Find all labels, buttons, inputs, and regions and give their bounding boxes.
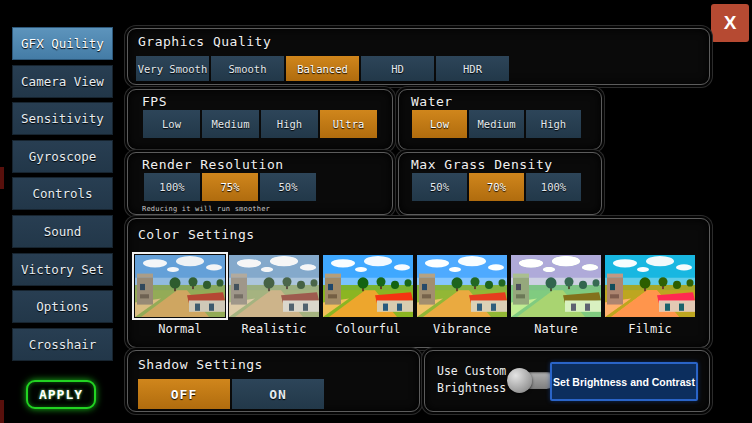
background-sliver xyxy=(0,400,4,423)
render-resolution-panel: Render Resolution 100% 75% 50% Reducing … xyxy=(127,152,393,215)
color-preset-thumbnail xyxy=(229,255,319,317)
rr-option-75[interactable]: 75% xyxy=(202,173,258,201)
grass-option-50[interactable]: 50% xyxy=(412,173,467,201)
color-preset-label: Realistic xyxy=(229,322,319,336)
color-preset-vibrance[interactable]: Vibrance xyxy=(417,255,507,336)
sidebar-item-gfx-quality[interactable]: GFX Quility xyxy=(12,27,113,60)
fps-option-low[interactable]: Low xyxy=(143,110,200,138)
graphics-quality-title: Graphics Quality xyxy=(138,34,271,49)
color-preset-colourful[interactable]: Colourful xyxy=(323,255,413,336)
color-preset-thumbnail xyxy=(135,255,225,317)
color-preset-thumbnail xyxy=(323,255,413,317)
color-preset-nature[interactable]: Nature xyxy=(511,255,601,336)
shadow-option-off[interactable]: OFF xyxy=(138,379,230,409)
custom-brightness-panel: Use Custom Brightness Set Brightness and… xyxy=(424,350,710,412)
background-sliver xyxy=(0,167,4,189)
set-brightness-contrast-button[interactable]: Set Brightness and Contrast xyxy=(550,362,698,401)
close-icon[interactable]: X xyxy=(711,4,749,42)
sidebar-item-camera-view[interactable]: Camera View xyxy=(12,65,113,98)
render-resolution-title: Render Resolution xyxy=(142,157,284,172)
color-settings-panel: Color Settings xyxy=(127,218,710,348)
sidebar-item-gyroscope[interactable]: Gyroscope xyxy=(12,140,113,173)
fps-option-ultra[interactable]: Ultra xyxy=(320,110,377,138)
gq-option-hdr[interactable]: HDR xyxy=(436,56,509,81)
color-preset-label: Nature xyxy=(511,322,601,336)
grass-option-100[interactable]: 100% xyxy=(526,173,581,201)
sidebar-item-sensitivity[interactable]: Sensitivity xyxy=(12,102,113,135)
water-option-low[interactable]: Low xyxy=(412,110,467,138)
color-preset-label: Vibrance xyxy=(417,322,507,336)
render-resolution-note: Reducing it will run smoother xyxy=(142,205,270,213)
sidebar-item-victory-set[interactable]: Victory Set xyxy=(12,253,113,286)
gq-option-very-smooth[interactable]: Very Smooth xyxy=(136,56,209,81)
color-preset-thumbnail xyxy=(417,255,507,317)
gq-option-hd[interactable]: HD xyxy=(361,56,434,81)
color-preset-realistic[interactable]: Realistic xyxy=(229,255,319,336)
color-preset-label: Normal xyxy=(135,322,225,336)
color-preset-label: Colourful xyxy=(323,322,413,336)
sidebar-item-options[interactable]: Options xyxy=(12,290,113,323)
fps-panel: FPS Low Medium High Ultra xyxy=(127,89,393,150)
sidebar-item-sound[interactable]: Sound xyxy=(12,215,113,248)
water-title: Water xyxy=(411,94,453,109)
max-grass-density-panel: Max Grass Density 50% 70% 100% xyxy=(398,152,602,215)
gq-option-smooth[interactable]: Smooth xyxy=(211,56,284,81)
color-preset-thumbnail xyxy=(511,255,601,317)
fps-option-high[interactable]: High xyxy=(261,110,318,138)
color-settings-title: Color Settings xyxy=(138,227,255,242)
color-preset-filmic[interactable]: Filmic xyxy=(605,255,695,336)
sidebar-item-crosshair[interactable]: Crosshair xyxy=(12,328,113,361)
shadow-settings-title: Shadow Settings xyxy=(138,357,263,372)
rr-option-100[interactable]: 100% xyxy=(144,173,200,201)
custom-brightness-toggle[interactable] xyxy=(513,372,555,389)
shadow-settings-panel: Shadow Settings OFF ON xyxy=(127,350,420,412)
color-preset-thumbnail xyxy=(605,255,695,317)
gfx-settings-screen: GFX Quility Camera View Sensitivity Gyro… xyxy=(0,0,752,423)
water-option-medium[interactable]: Medium xyxy=(469,110,524,138)
gq-option-balanced[interactable]: Balanced xyxy=(286,56,359,81)
shadow-option-on[interactable]: ON xyxy=(232,379,324,409)
rr-option-50[interactable]: 50% xyxy=(260,173,316,201)
grass-option-70[interactable]: 70% xyxy=(469,173,524,201)
apply-button[interactable]: APPLY xyxy=(26,380,96,409)
fps-title: FPS xyxy=(142,94,167,109)
toggle-knob-icon xyxy=(507,368,532,393)
color-preset-normal[interactable]: Normal xyxy=(135,255,225,336)
water-panel: Water Low Medium High xyxy=(398,89,602,150)
graphics-quality-panel: Graphics Quality Very Smooth Smooth Bala… xyxy=(127,28,710,85)
fps-option-medium[interactable]: Medium xyxy=(202,110,259,138)
color-preset-label: Filmic xyxy=(605,322,695,336)
color-preset-row: Normal xyxy=(135,255,695,336)
max-grass-density-title: Max Grass Density xyxy=(411,157,553,172)
water-option-high[interactable]: High xyxy=(526,110,581,138)
sidebar-item-controls[interactable]: Controls xyxy=(12,177,113,210)
